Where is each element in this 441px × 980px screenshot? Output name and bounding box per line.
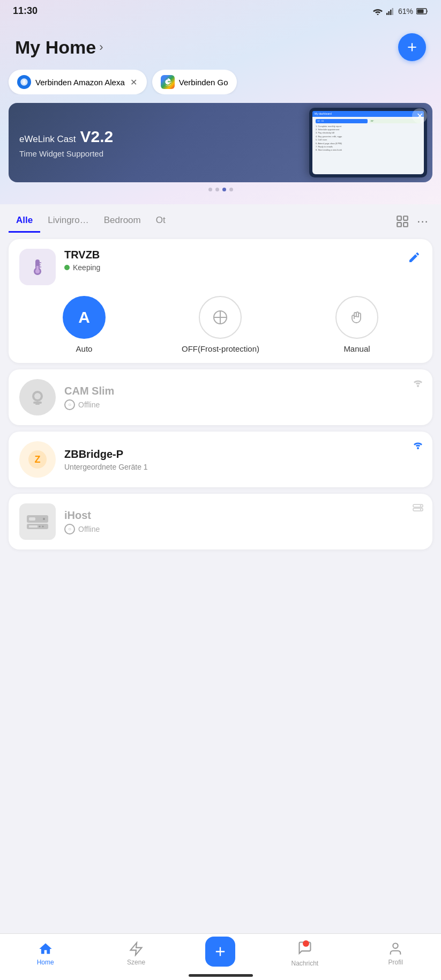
trvzb-status-text: Keeping [73, 263, 100, 272]
svg-rect-26 [35, 404, 40, 405]
zbbridge-status-text: Untergeordnete Geräte 1 [64, 463, 148, 471]
camslim-info: CAM Slim ○ Offline [64, 385, 422, 410]
add-device-button[interactable] [398, 33, 426, 61]
tab-livingroom[interactable]: Livingro… [40, 210, 96, 233]
header-title-area[interactable]: My Home › [15, 37, 103, 58]
frost-control-button[interactable]: OFF(Frost-protection) [182, 296, 259, 353]
svg-point-42 [393, 944, 398, 948]
svg-rect-25 [33, 402, 42, 404]
tab-other[interactable]: Ot [148, 210, 173, 233]
svg-point-27 [417, 447, 419, 449]
nav-scene[interactable]: Szene [115, 941, 158, 966]
tab-bedroom[interactable]: Bedroom [96, 210, 148, 233]
cast-title-brand: eWeLink Cast [19, 134, 76, 145]
alexa-banner-item[interactable]: Verbinden Amazon Alexa ✕ [9, 70, 147, 94]
dot-4 [229, 188, 233, 191]
svg-point-33 [420, 509, 421, 510]
svg-rect-36 [29, 517, 35, 521]
svg-point-0 [377, 13, 378, 15]
nav-home[interactable]: Home [24, 941, 67, 966]
header-area: My Home › Verbinden Amazon Alexa ✕ [0, 0, 441, 204]
svg-rect-31 [413, 508, 423, 511]
camslim-status-text: Offline [78, 400, 100, 409]
cast-banner[interactable]: eWeLink Cast V2.2 Time Widget Supported … [9, 103, 432, 182]
battery-percent: 61% [398, 7, 413, 16]
auto-control-button[interactable]: A Auto [63, 296, 106, 353]
zbbridge-card[interactable]: Z ZBBridge-P Untergeordnete Geräte 1 [9, 432, 432, 487]
nav-message[interactable]: Nachricht [283, 940, 326, 967]
svg-point-32 [420, 505, 421, 506]
camslim-wifi-icon [412, 378, 424, 390]
auto-label: Auto [76, 344, 93, 353]
message-icon-wrapper [297, 940, 312, 957]
nav-scene-label: Szene [127, 959, 145, 966]
cast-banner-text: eWeLink Cast V2.2 Time Widget Supported [9, 103, 293, 182]
svg-point-37 [43, 518, 45, 520]
svg-point-15 [35, 269, 40, 273]
svg-text:Z: Z [35, 454, 41, 465]
scene-nav-icon [129, 941, 144, 956]
dot-2 [215, 188, 219, 191]
svg-rect-9 [403, 216, 408, 220]
wifi-icon [372, 8, 383, 15]
battery-icon [416, 8, 428, 14]
header-chevron-icon: › [99, 40, 103, 54]
cast-banner-close[interactable]: ✕ [412, 108, 427, 123]
profile-nav-icon [388, 941, 403, 956]
svg-point-38 [39, 526, 41, 528]
nav-profile[interactable]: Profil [374, 941, 417, 966]
camslim-status: ○ Offline [64, 399, 422, 410]
zbbridge-content: Z ZBBridge-P Untergeordnete Geräte 1 [19, 441, 422, 478]
ihost-status-text: Offline [78, 525, 100, 533]
nav-profile-label: Profil [388, 959, 403, 966]
trvzb-name: TRVZB [64, 249, 422, 261]
auto-circle: A [63, 296, 106, 339]
alexa-banner-label: Verbinden Amazon Alexa [35, 78, 125, 87]
ihost-status: ○ Offline [64, 524, 422, 534]
trvzb-edit-button[interactable] [405, 248, 424, 267]
nav-add-button[interactable] [205, 937, 235, 967]
svg-point-22 [417, 385, 419, 387]
plus-icon [405, 40, 419, 54]
message-badge [303, 940, 309, 947]
trvzb-controls: A Auto OFF(Frost-protection) [19, 296, 422, 353]
svg-point-7 [23, 80, 25, 84]
ihost-content: iHost ○ Offline [19, 503, 422, 540]
svg-rect-40 [29, 525, 38, 528]
zigbee-icon: Z [27, 449, 48, 470]
trvzb-card[interactable]: TRVZB Keeping A Auto [9, 239, 432, 363]
status-icons: 61% [372, 7, 428, 16]
ihost-info: iHost ○ Offline [64, 509, 422, 534]
ihost-server-icon [412, 502, 424, 516]
home-indicator [189, 974, 253, 977]
banner-strip: Verbinden Amazon Alexa ✕ Verbinden Go [0, 70, 441, 94]
manual-circle [335, 296, 378, 339]
dot-indicators [0, 188, 441, 194]
manual-control-button[interactable]: Manual [335, 296, 378, 353]
camslim-name: CAM Slim [64, 385, 422, 397]
camslim-card[interactable]: CAM Slim ○ Offline [9, 369, 432, 425]
cast-version: V2.2 [80, 128, 114, 146]
trvzb-info: TRVZB Keeping [64, 249, 422, 272]
devices-list: TRVZB Keeping A Auto [0, 233, 441, 556]
alexa-close-button[interactable]: ✕ [129, 77, 138, 87]
grid-view-button[interactable] [392, 211, 413, 232]
tab-alle[interactable]: Alle [9, 210, 40, 233]
camera-icon [28, 388, 47, 407]
bottom-navigation: Home Szene Nachricht Profil [0, 933, 441, 980]
svg-rect-3 [390, 10, 392, 15]
more-options-button[interactable]: ··· [413, 212, 432, 231]
ihost-offline-dot: ○ [64, 524, 75, 534]
svg-rect-11 [403, 222, 408, 227]
svg-rect-30 [413, 504, 423, 507]
svg-marker-41 [131, 942, 142, 955]
frost-circle [199, 296, 242, 339]
ihost-card[interactable]: iHost ○ Offline [9, 494, 432, 550]
svg-rect-8 [397, 216, 401, 220]
google-banner-item[interactable]: Verbinden Go [152, 70, 237, 94]
nav-message-label: Nachricht [291, 960, 319, 967]
cast-banner-image: My dashboard 12 : 15 36° 1. Complete mon… [293, 103, 432, 182]
tablet-mockup: My dashboard 12 : 15 36° 1. Complete mon… [309, 108, 427, 177]
nav-plus-icon [213, 944, 228, 959]
ihost-device-icon [25, 511, 50, 532]
